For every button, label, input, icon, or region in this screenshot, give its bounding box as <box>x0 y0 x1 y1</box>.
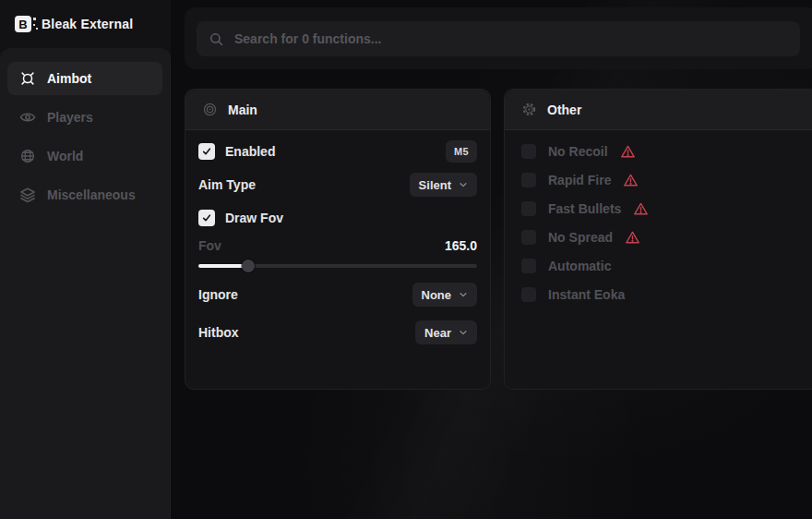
check-icon <box>201 212 212 223</box>
chevron-down-icon <box>459 180 468 189</box>
ignore-dropdown[interactable]: None <box>412 283 478 307</box>
panel-title: Other <box>547 103 581 117</box>
chevron-down-icon <box>459 290 468 299</box>
eye-icon <box>19 109 36 126</box>
automatic-label: Automatic <box>548 259 611 273</box>
other-panel-header: Other <box>505 90 812 130</box>
draw-fov-row: Draw Fov <box>198 207 477 229</box>
ignore-row: Ignore None <box>198 283 477 307</box>
fov-slider-fill <box>198 264 248 268</box>
sidebar-nav: Aimbot Players World Miscellaneous <box>0 48 171 519</box>
logo-letter: B <box>18 18 27 31</box>
aim-type-row: Aim Type Silent <box>198 173 477 197</box>
enabled-keybind-button[interactable]: M5 <box>446 140 477 163</box>
layers-icon <box>19 187 36 203</box>
sidebar: B Bleak External Aimbot Players <box>0 0 171 519</box>
warning-icon <box>623 173 639 188</box>
sidebar-item-world[interactable]: World <box>7 139 162 173</box>
sidebar-item-label: Miscellaneous <box>47 187 136 202</box>
automatic-row: Automatic <box>521 257 611 275</box>
enabled-checkbox[interactable] <box>198 143 215 160</box>
hitbox-row: Hitbox Near <box>198 320 477 344</box>
main-panel-header: Main <box>185 90 490 130</box>
check-icon <box>201 146 212 157</box>
instant-eoka-checkbox[interactable] <box>521 287 536 302</box>
main-panel: Main Enabled M5 Aim Type Silent <box>185 89 491 390</box>
hitbox-label: Hitbox <box>198 325 239 340</box>
ignore-value: None <box>422 288 452 302</box>
no-spread-row: No Spread <box>521 228 640 247</box>
panel-title: Main <box>228 103 257 117</box>
draw-fov-label: Draw Fov <box>225 211 283 225</box>
hitbox-dropdown[interactable]: Near <box>415 320 477 344</box>
sidebar-item-miscellaneous[interactable]: Miscellaneous <box>7 178 162 211</box>
app-logo-row: B Bleak External <box>15 12 133 36</box>
aim-type-label: Aim Type <box>198 177 256 192</box>
warning-icon <box>620 144 636 160</box>
no-recoil-checkbox[interactable] <box>521 144 536 159</box>
warning-icon <box>625 230 640 246</box>
instant-eoka-row: Instant Eoka <box>521 285 625 304</box>
chevron-down-icon <box>459 328 468 337</box>
aim-type-value: Silent <box>419 178 451 192</box>
fov-slider[interactable] <box>198 264 477 268</box>
sidebar-item-players[interactable]: Players <box>7 101 162 134</box>
rapid-fire-row: Rapid Fire <box>521 171 639 189</box>
sidebar-item-label: Players <box>47 110 93 125</box>
enabled-label: Enabled <box>225 144 275 159</box>
rapid-fire-label: Rapid Fire <box>548 173 611 187</box>
globe-icon <box>19 148 36 164</box>
fast-bullets-label: Fast Bullets <box>548 201 621 216</box>
other-panel: Other No Recoil Rapid Fire Fast Bullets <box>504 89 812 390</box>
rapid-fire-checkbox[interactable] <box>521 173 536 187</box>
automatic-checkbox[interactable] <box>521 259 536 273</box>
crosshair-icon <box>19 70 36 87</box>
search-icon <box>209 31 224 47</box>
no-spread-label: No Spread <box>548 230 613 245</box>
target-icon <box>202 102 218 117</box>
sidebar-item-label: Aimbot <box>47 71 91 86</box>
app-title: Bleak External <box>42 17 133 31</box>
enabled-row: Enabled M5 <box>198 140 477 163</box>
search-field[interactable] <box>197 21 800 56</box>
no-spread-checkbox[interactable] <box>521 230 536 245</box>
warning-icon <box>633 201 649 217</box>
sidebar-item-aimbot[interactable]: Aimbot <box>7 62 162 95</box>
ignore-label: Ignore <box>198 287 238 302</box>
fast-bullets-row: Fast Bullets <box>521 199 649 218</box>
no-recoil-row: No Recoil <box>521 142 636 161</box>
instant-eoka-label: Instant Eoka <box>548 287 625 302</box>
aim-type-dropdown[interactable]: Silent <box>410 173 477 197</box>
no-recoil-label: No Recoil <box>548 144 608 159</box>
fov-slider-thumb[interactable] <box>242 260 255 272</box>
fov-label: Fov <box>198 238 221 253</box>
fov-value: 165.0 <box>445 238 477 253</box>
draw-fov-checkbox[interactable] <box>198 210 215 226</box>
search-input[interactable] <box>234 31 788 46</box>
fov-row: Fov 165.0 <box>198 237 477 254</box>
hitbox-value: Near <box>424 326 451 340</box>
gear-icon <box>521 102 537 117</box>
search-bar-container <box>185 7 812 69</box>
bleak-logo-icon: B <box>15 16 31 32</box>
sidebar-item-label: World <box>47 149 83 163</box>
fast-bullets-checkbox[interactable] <box>521 201 536 216</box>
